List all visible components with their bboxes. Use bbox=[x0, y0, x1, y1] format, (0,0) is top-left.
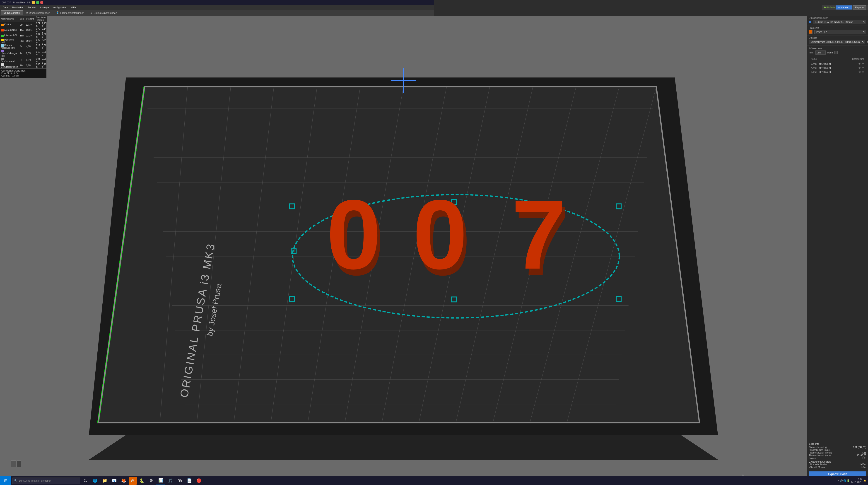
window-controls bbox=[32, 1, 43, 4]
stats-cell-length: 0,84 m bbox=[35, 33, 41, 38]
minimize-button[interactable] bbox=[32, 1, 35, 4]
stats-row: Oberes massives Infill 3m 4,5% 0,19 m 0,… bbox=[0, 44, 47, 49]
stats-row: Benutzerdefiniert 26s 0,7% 0,06 m 0,18 g bbox=[0, 63, 47, 68]
stats-cell-percent: 6,0% bbox=[25, 50, 35, 57]
title-bar: 007 007 - PrusaSlicer 2.5.0 bbox=[0, 0, 434, 5]
tab-druckereinstellungen[interactable]: 🖨 Druckereinstellungen bbox=[87, 10, 120, 15]
tab-druckplatte[interactable]: 🖨 Druckplatte bbox=[1, 10, 23, 15]
stats-color-swatch bbox=[1, 58, 4, 60]
stats-cell-length: 1,49 m bbox=[35, 38, 41, 44]
stats-cell-time: 3m bbox=[19, 44, 25, 49]
gesamt-value: 1h40m bbox=[12, 74, 20, 77]
stats-cell-weight: 4,44 g bbox=[41, 38, 47, 44]
stats-cell-percent: 4,5% bbox=[25, 44, 35, 49]
stats-col-time: Zeit bbox=[19, 16, 25, 22]
stats-cell-length: 0,71 m bbox=[35, 22, 41, 28]
menu-konfiguration[interactable]: Konfiguration bbox=[51, 6, 69, 9]
stats-cell-weight: 2,14 g bbox=[41, 27, 47, 33]
stats-cell-length: 0,19 m bbox=[35, 50, 41, 57]
stats-cell-percent: 23,8% bbox=[25, 27, 35, 33]
stats-cell-name: Schürzenrand bbox=[0, 57, 19, 63]
stats-col-type: Merkmalstyp bbox=[0, 16, 19, 22]
stats-color-swatch bbox=[1, 50, 4, 52]
stats-color-swatch bbox=[1, 24, 4, 26]
stats-row: Schürzenrand 3s 0,9% 0,03 m 0,09 g bbox=[0, 57, 47, 63]
gesamt-label: Gesamt: bbox=[1, 74, 10, 77]
stats-cell-weight: 2,13 g bbox=[41, 22, 47, 28]
app-title: 007 007 - PrusaSlicer 2.5.0 bbox=[2, 1, 32, 4]
tab-druckeinstellungen-icon: ⚙ bbox=[26, 11, 28, 14]
stats-cell-percent: 12,7% bbox=[25, 22, 35, 28]
tab-filamenteinstellungen-label: Filamenteinstellungen bbox=[60, 11, 84, 14]
stats-row: Überbrückungs-Infill 4m 6,0% 0,19 m 0,56… bbox=[0, 50, 47, 57]
stats-cell-name: Oberes massives Infill bbox=[0, 44, 19, 49]
stats-row: Internes Infill 15m 22,2% 0,84 m 2,52 g bbox=[0, 33, 47, 38]
stats-cell-name: Überbrückungs-Infill bbox=[0, 50, 19, 57]
gesamt-row: Gesamt: 1h40m bbox=[1, 74, 45, 77]
stats-cell-name: Benutzerdefiniert bbox=[0, 63, 19, 68]
stats-cell-weight: 0,18 g bbox=[41, 63, 47, 68]
tab-druckereinstellungen-icon: 🖨 bbox=[90, 11, 93, 14]
stats-cell-weight: 2,52 g bbox=[41, 33, 47, 38]
stats-cell-name: Internes Infill bbox=[0, 33, 19, 38]
stats-cell-time: 20m bbox=[19, 38, 25, 44]
stats-col-percent: Prozent bbox=[25, 16, 35, 22]
menu-anzeige[interactable]: Anzeige bbox=[38, 6, 51, 9]
stats-color-swatch bbox=[1, 29, 4, 31]
menu-fenster[interactable]: Fenster bbox=[26, 6, 38, 9]
tab-filamenteinstellungen[interactable]: 🧵 Filamenteinstellungen bbox=[53, 10, 87, 15]
svg-text:0: 0 bbox=[327, 179, 381, 243]
erste-schicht: Erste Schicht: 9m bbox=[1, 72, 45, 74]
stats-footer: Geschätzte Druckzeiten: Erste Schicht: 9… bbox=[0, 68, 46, 78]
stats-cell-weight: 0,09 g bbox=[41, 57, 47, 63]
close-button[interactable] bbox=[40, 1, 43, 4]
menu-bar: Datei Bearbeiten Fenster Anzeige Konfigu… bbox=[0, 5, 434, 10]
tab-bar: 🖨 Druckplatte ⚙ Druckeinstellungen 🧵 Fil… bbox=[0, 10, 434, 16]
stats-cell-time: 4m bbox=[19, 50, 25, 57]
stats-row: Außenkontur 16m 23,8% 0,72 m 2,14 g bbox=[0, 27, 47, 33]
tab-druckplatte-label: Druckplatte bbox=[7, 11, 20, 14]
stats-cell-length: 0,06 m bbox=[35, 63, 41, 68]
menu-bearbeiten[interactable]: Bearbeiten bbox=[10, 6, 26, 9]
maximize-button[interactable] bbox=[36, 1, 39, 4]
stats-cell-name: Außenkontur bbox=[0, 27, 19, 33]
stats-cell-time: 16m bbox=[19, 27, 25, 33]
stats-cell-percent: 0,7% bbox=[25, 63, 35, 68]
stats-color-swatch bbox=[1, 39, 4, 41]
menu-hilfe[interactable]: Hilfe bbox=[69, 6, 78, 9]
tab-druckeinstellungen[interactable]: ⚙ Druckeinstellungen bbox=[23, 10, 53, 15]
tab-filamenteinstellungen-icon: 🧵 bbox=[56, 11, 59, 14]
stats-cell-weight: 0,56 g bbox=[41, 50, 47, 57]
stats-cell-time: 15m bbox=[19, 33, 25, 38]
bed-svg: ORIGINAL PRUSA i3 MK3 by Josef Prusa 0 0… bbox=[0, 16, 434, 243]
stats-color-swatch bbox=[1, 44, 4, 46]
stats-cell-time: 3s bbox=[19, 57, 25, 63]
stats-color-swatch bbox=[1, 63, 4, 66]
stats-col-filament: Genutztes Filament bbox=[35, 16, 47, 22]
stats-cell-name: Kontur bbox=[0, 22, 19, 28]
stats-cell-percent: 0,9% bbox=[25, 57, 35, 63]
menu-datei[interactable]: Datei bbox=[1, 6, 10, 9]
tab-druckplatte-icon: 🖨 bbox=[4, 11, 6, 14]
stats-cell-time: 26s bbox=[19, 63, 25, 68]
stats-cell-time: 9m bbox=[19, 22, 25, 28]
stats-cell-weight: 0,56 g bbox=[41, 44, 47, 49]
stats-cell-name: Massives Infill bbox=[0, 38, 19, 44]
stats-cell-length: 0,19 m bbox=[35, 44, 41, 49]
stats-cell-length: 0,03 m bbox=[35, 57, 41, 63]
tab-druckereinstellungen-label: Druckereinstellungen bbox=[94, 11, 117, 14]
stats-color-swatch bbox=[1, 35, 4, 37]
tab-druckeinstellungen-label: Druckeinstellungen bbox=[29, 11, 50, 14]
stats-panel: Merkmalstyp Zeit Prozent Genutztes Filam… bbox=[0, 16, 46, 78]
stats-row: Massives Infill 20m 29,3% 1,49 m 4,44 g bbox=[0, 38, 47, 44]
stats-cell-length: 0,72 m bbox=[35, 27, 41, 33]
svg-text:0: 0 bbox=[413, 179, 434, 243]
stats-cell-percent: 29,3% bbox=[25, 38, 35, 44]
stats-cell-percent: 22,2% bbox=[25, 33, 35, 38]
stats-row: Kontur 9m 12,7% 0,71 m 2,13 g bbox=[0, 22, 47, 28]
druckzeiten-label: Geschätzte Druckzeiten: bbox=[1, 69, 45, 72]
stats-table: Merkmalstyp Zeit Prozent Genutztes Filam… bbox=[0, 16, 47, 68]
viewport[interactable]: ORIGINAL PRUSA i3 MK3 by Josef Prusa 0 0… bbox=[0, 16, 434, 243]
